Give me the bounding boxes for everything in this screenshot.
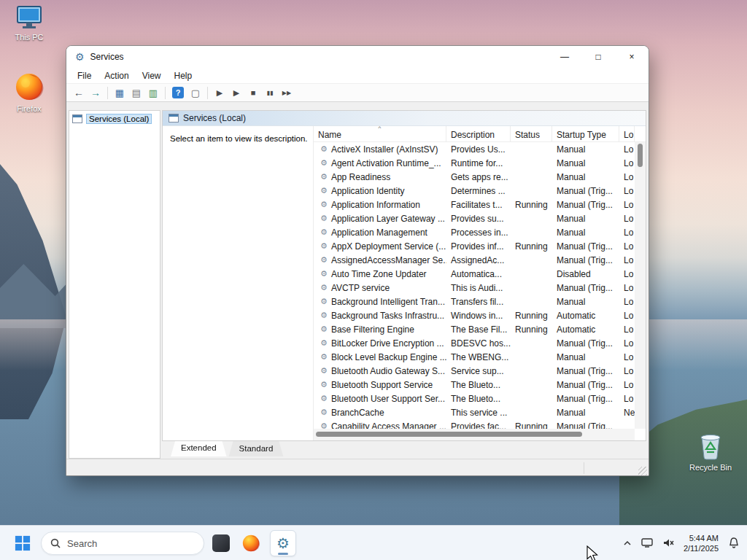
service-row[interactable]: ⚙BranchCacheThis service ...ManualNe [314,405,635,419]
column-header-description[interactable]: Description [446,126,511,141]
services-panel: Services (Local) Select an item to view … [162,110,646,441]
service-logon-as: Ne [619,408,635,418]
service-row[interactable]: ⚙BitLocker Drive Encryption ...BDESVC ho… [314,336,635,350]
export-list-icon[interactable]: ▥ [145,85,161,100]
service-row[interactable]: ⚙AppX Deployment Service (...Provides in… [314,239,635,253]
forward-icon[interactable]: → [88,85,104,100]
help-icon[interactable]: ? [172,87,184,98]
service-row[interactable]: ⚙Application ManagementProcesses in...Ma… [314,225,635,239]
dark-app-icon [212,534,230,552]
vertical-scrollbar[interactable] [635,142,646,429]
service-row[interactable]: ⚙Application Layer Gateway ...Provides s… [314,211,635,225]
windows-logo-icon [15,535,31,551]
service-row[interactable]: ⚙AssignedAccessManager Se...AssignedAc..… [314,253,635,267]
resize-grip[interactable] [638,467,647,475]
column-header-lo[interactable]: Lo [619,126,635,141]
start-service-icon[interactable]: ▶ [212,85,228,100]
service-description: Provides su... [446,214,511,224]
menu-view[interactable]: View [136,71,168,81]
service-startup-type: Manual [552,144,619,155]
volume-muted-icon[interactable] [662,538,674,548]
tab-standard[interactable]: Standard [229,441,284,456]
desktop-icon-recycle-bin[interactable]: Recycle Bin [687,430,734,472]
service-startup-type: Manual (Trig... [552,283,619,293]
service-logon-as: Lo [619,297,635,307]
console-tree-icon[interactable]: ▦ [112,85,128,100]
minimize-button[interactable]: — [548,46,581,68]
panel-body: Select an item to view its description. … [163,126,646,440]
service-row[interactable]: ⚙App ReadinessGets apps re...ManualLo [314,170,635,184]
taskbar-clock[interactable]: 5:44 AM 2/11/2025 [684,533,719,553]
menu-help[interactable]: Help [168,71,199,81]
horizontal-scroll-thumb[interactable] [316,432,582,437]
desktop-icon-this-pc[interactable]: This PC [6,6,53,42]
service-description: Automatica... [446,269,511,279]
notifications-bell-icon[interactable] [728,537,740,549]
console-tree-panel: Services (Local) [69,110,160,459]
desktop: This PC Firefox Recycle Bin ⚙ Services [0,0,747,560]
service-name: ⚙Base Filtering Engine [314,324,446,335]
service-logon-as: Lo [619,311,635,321]
snapin-window-icon[interactable]: ▢ [187,85,204,100]
desktop-icon-label: Firefox [17,104,42,113]
service-description: Runtime for... [446,158,511,168]
hidden-icons-chevron-icon[interactable] [623,540,632,547]
stop-service-icon[interactable]: ■ [245,85,261,100]
service-status: Running [511,421,552,429]
column-header-startup-type[interactable]: Startup Type [552,126,619,141]
start-button[interactable] [10,532,35,555]
service-startup-type: Manual (Trig... [552,255,619,265]
search-icon [50,538,61,548]
mouse-cursor [586,545,599,560]
column-header-name[interactable]: Name^ [314,126,446,141]
service-status: Running [511,324,552,335]
service-logon-as: Lo [619,158,635,168]
service-gear-icon: ⚙ [320,381,328,389]
maximize-button[interactable]: □ [581,46,615,68]
display-icon[interactable] [641,538,653,548]
service-row[interactable]: ⚙Application InformationFacilitates t...… [314,198,635,211]
service-row[interactable]: ⚙Bluetooth User Support Ser...The Blueto… [314,392,635,405]
service-startup-type: Manual (Trig... [552,394,619,404]
service-row[interactable]: ⚙AVCTP serviceThis is Audi...Manual (Tri… [314,281,635,295]
service-name: ⚙Application Management [314,228,446,238]
search-input[interactable] [67,538,177,549]
service-row[interactable]: ⚙Application IdentityDetermines ...Manua… [314,184,635,198]
horizontal-scrollbar[interactable] [314,429,635,440]
vertical-scroll-thumb[interactable] [638,144,643,167]
title-bar[interactable]: ⚙ Services — □ × [66,46,649,68]
menu-file[interactable]: File [71,71,98,81]
menu-action[interactable]: Action [98,71,135,81]
service-gear-icon: ⚙ [320,408,328,416]
taskbar-firefox-icon[interactable] [238,530,264,556]
service-row[interactable]: ⚙Capability Access Manager ...Provides f… [314,419,635,429]
service-gear-icon: ⚙ [320,284,328,292]
service-row[interactable]: ⚙Bluetooth Support ServiceThe Blueto...M… [314,378,635,392]
service-row[interactable]: ⚙Block Level Backup Engine ...The WBENG.… [314,350,635,364]
column-header-status[interactable]: Status [511,126,552,141]
service-row[interactable]: ⚙ActiveX Installer (AxInstSV)Provides Us… [314,142,635,156]
service-gear-icon: ⚙ [320,242,328,250]
service-row[interactable]: ⚙Background Intelligent Tran...Transfers… [314,295,635,308]
service-row[interactable]: ⚙Bluetooth Audio Gateway S...Service sup… [314,364,635,378]
tab-extended[interactable]: Extended [171,441,227,456]
toolbar-separator [165,87,166,99]
properties-icon[interactable]: ▤ [128,85,144,100]
taskbar-app-icon-dark[interactable] [208,530,234,556]
resume-service-icon[interactable]: ▶ [228,85,244,100]
service-row[interactable]: ⚙Background Tasks Infrastru...Windows in… [314,308,635,322]
desktop-icon-firefox[interactable]: Firefox [6,71,53,113]
pause-service-icon[interactable]: ▮▮ [262,85,278,100]
back-icon[interactable]: ← [71,85,87,100]
service-row[interactable]: ⚙Base Filtering EngineThe Base Fil...Run… [314,322,635,336]
service-description: Windows in... [446,311,511,321]
taskbar-services-icon[interactable]: ⚙ [270,530,296,556]
service-row[interactable]: ⚙Agent Activation Runtime_...Runtime for… [314,156,635,170]
search-box[interactable] [41,532,204,555]
restart-service-icon[interactable]: ▶▶ [279,85,295,100]
service-row[interactable]: ⚙Auto Time Zone UpdaterAutomatica...Disa… [314,267,635,281]
service-startup-type: Manual (Trig... [552,380,619,390]
tree-item-services-local[interactable]: Services (Local) [69,111,160,127]
service-logon-as: Lo [619,394,635,404]
close-button[interactable]: × [615,46,649,68]
